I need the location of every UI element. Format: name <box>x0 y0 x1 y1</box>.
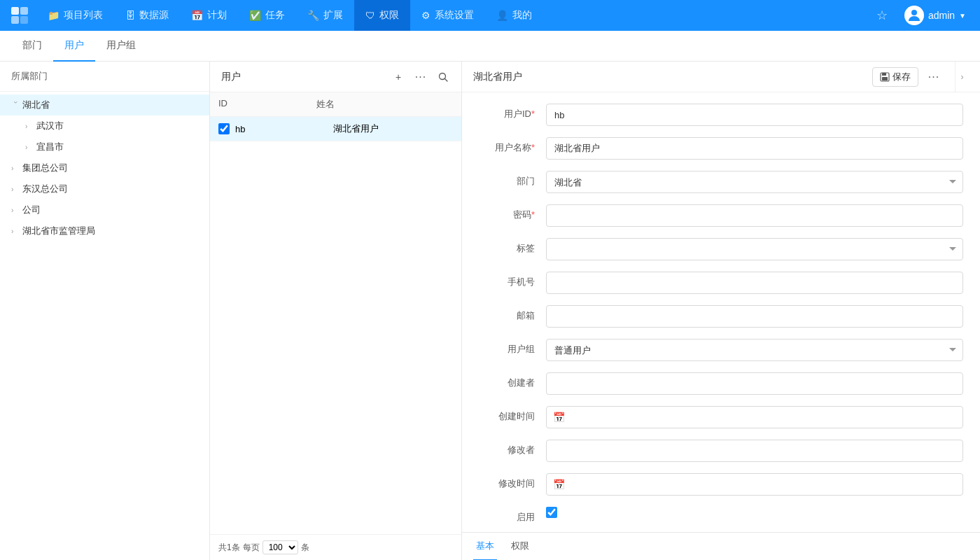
svg-rect-0 <box>11 7 19 15</box>
dept-panel: 所属部门 › 湖北省 › 武汉市 › 宜昌市 › 集团总公司 <box>0 62 210 560</box>
tree-item-wuhan[interactable]: › 武汉市 <box>0 115 209 136</box>
tree-arrow-yichang: › <box>25 144 34 151</box>
users-panel-title: 用户 <box>221 71 386 83</box>
nav-item-extend[interactable]: 🔧 扩展 <box>296 0 354 31</box>
tree-arrow-company: › <box>11 206 20 214</box>
plan-icon: 📅 <box>191 10 203 21</box>
avatar <box>904 6 924 25</box>
admin-label: admin <box>928 10 955 21</box>
tab-user[interactable]: 用户 <box>53 31 95 62</box>
detail-more-button[interactable]: ··· <box>924 67 944 87</box>
field-label-modifier: 修改者 <box>479 440 535 456</box>
tree-item-yichang[interactable]: › 宜昌市 <box>0 136 209 158</box>
nav-item-permission[interactable]: 🛡 权限 <box>354 0 410 31</box>
datasource-icon: 🗄 <box>125 10 135 21</box>
nav-item-datasource[interactable]: 🗄 数据源 <box>114 0 180 31</box>
tree-label-bureau: 湖北省市监管理局 <box>22 225 198 237</box>
projects-icon: 📁 <box>48 10 59 21</box>
tree-arrow-group: › <box>11 164 20 172</box>
create-time-input[interactable] <box>546 406 963 428</box>
tree-label-hubei: 湖北省 <box>22 99 198 111</box>
svg-rect-8 <box>882 73 886 76</box>
svg-rect-1 <box>20 7 28 15</box>
password-input[interactable] <box>546 204 963 227</box>
dept-tree: › 湖北省 › 武汉市 › 宜昌市 › 集团总公司 › 东汉总公司 <box>0 92 209 560</box>
favorite-star-icon[interactable]: ☆ <box>871 8 893 23</box>
field-label-creator: 创建者 <box>479 372 535 389</box>
usergroup-select[interactable]: 普通用户 管理员 <box>546 339 963 361</box>
page-size-select[interactable]: 100 50 200 <box>262 540 298 554</box>
cell-id: hb <box>235 124 333 134</box>
svg-point-4 <box>911 10 917 15</box>
task-icon: ✅ <box>249 10 261 21</box>
calendar-icon-modify: 📅 <box>553 479 565 490</box>
field-label-dept: 部门 <box>479 171 535 188</box>
tree-item-company[interactable]: › 公司 <box>0 200 209 220</box>
settings-icon: ⚙ <box>421 10 430 21</box>
tree-item-bureau[interactable]: › 湖北省市监管理局 <box>0 220 209 241</box>
field-row-tag: 标签 <box>479 238 963 260</box>
table-footer: 共1条 每页 100 50 200 条 <box>210 534 461 560</box>
footer-tab-permission[interactable]: 权限 <box>508 533 532 560</box>
tab-dept[interactable]: 部门 <box>11 31 53 62</box>
nav-item-plan[interactable]: 📅 计划 <box>180 0 238 31</box>
tree-arrow-bureau: › <box>11 227 20 235</box>
cell-name: 湖北省用户 <box>333 122 453 135</box>
modifier-input[interactable] <box>546 440 963 462</box>
second-navigation: 部门 用户 用户组 <box>0 31 980 62</box>
page-unit: 条 <box>301 542 309 554</box>
field-value-user-id <box>546 104 963 126</box>
add-user-button[interactable]: + <box>388 67 408 87</box>
col-header-name: 姓名 <box>316 98 453 111</box>
save-button[interactable]: 保存 <box>872 67 918 87</box>
nav-item-task[interactable]: ✅ 任务 <box>238 0 296 31</box>
users-panel-header: 用户 + ··· <box>210 62 461 92</box>
field-row-creator: 创建者 <box>479 372 963 395</box>
field-value-phone <box>546 272 963 294</box>
dept-select[interactable]: 湖北省 武汉市 宜昌市 <box>546 171 963 193</box>
tree-label-wuhan: 武汉市 <box>36 120 198 132</box>
tree-label-yichang: 宜昌市 <box>36 141 198 153</box>
tree-item-donghan[interactable]: › 东汉总公司 <box>0 178 209 200</box>
more-options-button[interactable]: ··· <box>411 67 430 87</box>
user-name-input[interactable] <box>546 137 963 160</box>
svg-line-6 <box>445 78 448 81</box>
tag-select[interactable] <box>546 238 963 260</box>
creator-input[interactable] <box>546 372 963 395</box>
users-panel: 用户 + ··· ID 姓名 hb 湖北省用户 共1条 每页 <box>210 62 462 560</box>
field-label-email: 邮箱 <box>479 305 535 322</box>
users-table: ID 姓名 hb 湖北省用户 <box>210 92 461 534</box>
tree-item-group[interactable]: › 集团总公司 <box>0 158 209 178</box>
user-avatar-button[interactable]: admin ▼ <box>899 6 972 25</box>
search-button[interactable] <box>433 67 453 87</box>
top-navigation: 📁 项目列表 🗄 数据源 📅 计划 ✅ 任务 🔧 扩展 🛡 权限 ⚙ 系统设置 … <box>0 0 980 31</box>
field-value-enabled <box>546 507 963 521</box>
detail-header: 湖北省用户 保存 ··· › <box>462 62 980 92</box>
field-row-dept: 部门 湖北省 武汉市 宜昌市 <box>479 171 963 193</box>
nav-item-settings[interactable]: ⚙ 系统设置 <box>410 0 485 31</box>
field-label-tag: 标签 <box>479 238 535 255</box>
phone-input[interactable] <box>546 272 963 294</box>
field-value-modify-time: 📅 <box>546 473 963 496</box>
nav-item-mine[interactable]: 👤 我的 <box>485 0 543 31</box>
collapse-button[interactable]: › <box>955 62 969 92</box>
footer-tab-basic[interactable]: 基本 <box>473 533 497 560</box>
field-label-modify-time: 修改时间 <box>479 473 535 490</box>
main-content: 所属部门 › 湖北省 › 武汉市 › 宜昌市 › 集团总公司 <box>0 62 980 560</box>
table-row[interactable]: hb 湖北省用户 <box>210 117 461 141</box>
tree-label-group: 集团总公司 <box>22 162 198 174</box>
email-input[interactable] <box>546 305 963 328</box>
user-id-input[interactable] <box>546 104 963 126</box>
tree-arrow-hubei: › <box>12 101 20 109</box>
detail-panel: 湖北省用户 保存 ··· › 用户ID* 用户名 <box>462 62 980 560</box>
enabled-checkbox[interactable] <box>546 507 557 518</box>
mine-icon: 👤 <box>496 10 508 21</box>
field-label-phone: 手机号 <box>479 272 535 288</box>
nav-item-projects[interactable]: 📁 项目列表 <box>36 0 114 31</box>
tab-usergroup[interactable]: 用户组 <box>95 31 147 62</box>
tree-item-hubei[interactable]: › 湖北省 <box>0 94 209 115</box>
row-checkbox[interactable] <box>218 123 230 134</box>
modify-time-input[interactable] <box>546 473 963 496</box>
svg-rect-9 <box>882 77 888 80</box>
field-row-phone: 手机号 <box>479 272 963 294</box>
